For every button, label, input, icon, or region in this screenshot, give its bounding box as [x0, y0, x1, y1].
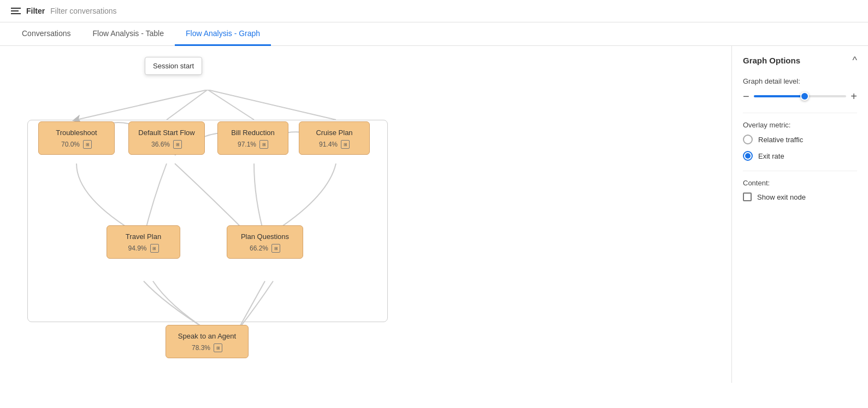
- node-agent-icon[interactable]: ⊞: [214, 343, 222, 352]
- radio-relative-traffic[interactable]: Relative traffic: [743, 135, 857, 144]
- tab-flow-table[interactable]: Flow Analysis - Table: [82, 22, 175, 46]
- detail-level-section: Graph detail level: − +: [743, 77, 857, 102]
- slider-plus-button[interactable]: +: [851, 91, 857, 102]
- node-travel-icon[interactable]: ⊞: [150, 244, 159, 253]
- node-plan-q-title: Plan Questions: [235, 232, 295, 241]
- filter-bar: Filter Filter conversations: [0, 0, 868, 22]
- node-travel-value: 94.9%: [128, 244, 146, 252]
- overlay-metric-section: Overlay metric: Relative traffic Exit ra…: [743, 121, 857, 161]
- radio-exit-outer[interactable]: [743, 151, 753, 161]
- panel-collapse-button[interactable]: ^: [853, 55, 857, 66]
- node-troubleshoot-value: 70.0%: [61, 141, 80, 148]
- node-travel-plan[interactable]: Travel Plan 94.9% ⊞: [107, 225, 180, 259]
- node-troubleshoot-title: Troubleshoot: [46, 129, 107, 137]
- show-exit-node-option[interactable]: Show exit node: [743, 193, 857, 201]
- node-default-icon[interactable]: ⊞: [173, 140, 182, 149]
- node-travel-meta: 94.9% ⊞: [115, 244, 172, 253]
- slider-row: − +: [743, 91, 857, 102]
- node-cruise-value: 91.4%: [319, 141, 338, 148]
- tab-flow-graph[interactable]: Flow Analysis - Graph: [175, 22, 271, 46]
- node-speak-agent[interactable]: Speak to an Agent 78.3% ⊞: [166, 325, 249, 358]
- detail-level-label: Graph detail level:: [743, 77, 857, 85]
- node-plan-questions[interactable]: Plan Questions 66.2% ⊞: [227, 225, 303, 259]
- node-cruise-icon[interactable]: ⊞: [341, 140, 350, 149]
- node-agent-title: Speak to an Agent: [174, 332, 240, 340]
- flow-graph[interactable]: Troubleshoot 70.0% ⊞ Default Start Flow …: [22, 90, 404, 383]
- slider-fill: [754, 95, 805, 97]
- node-plan-q-value: 66.2%: [250, 244, 268, 252]
- node-default-meta: 36.6% ⊞: [137, 140, 197, 149]
- radio-relative-outer[interactable]: [743, 135, 753, 144]
- slider-thumb[interactable]: [800, 92, 809, 101]
- node-default-title: Default Start Flow: [137, 129, 197, 137]
- graph-options-panel: Graph Options ^ Graph detail level: − + …: [731, 46, 868, 383]
- node-bill-value: 97.1%: [238, 141, 256, 148]
- tab-conversations[interactable]: Conversations: [11, 22, 82, 46]
- node-bill-meta: 97.1% ⊞: [226, 140, 280, 149]
- graph-area[interactable]: Session start: [0, 46, 731, 383]
- node-troubleshoot[interactable]: Troubleshoot 70.0% ⊞: [38, 121, 115, 155]
- main-content: Session start: [0, 46, 868, 383]
- node-plan-q-meta: 66.2% ⊞: [235, 244, 295, 253]
- panel-header: Graph Options ^: [743, 55, 857, 66]
- svg-line-0: [76, 90, 208, 120]
- radio-exit-inner: [745, 153, 751, 159]
- radio-relative-label: Relative traffic: [758, 136, 803, 144]
- panel-title: Graph Options: [743, 56, 800, 65]
- tab-bar: Conversations Flow Analysis - Table Flow…: [0, 22, 868, 46]
- node-agent-value: 78.3%: [192, 344, 210, 352]
- node-agent-meta: 78.3% ⊞: [174, 343, 240, 352]
- svg-line-2: [208, 90, 254, 120]
- svg-line-3: [208, 90, 336, 120]
- content-label: Content:: [743, 179, 857, 187]
- node-default-value: 36.6%: [151, 141, 170, 148]
- radio-exit-rate[interactable]: Exit rate: [743, 151, 857, 161]
- divider-2: [743, 171, 857, 171]
- node-cruise-meta: 91.4% ⊞: [307, 140, 362, 149]
- radio-exit-label: Exit rate: [758, 152, 784, 160]
- node-cruise-plan[interactable]: Cruise Plan 91.4% ⊞: [299, 121, 370, 155]
- filter-placeholder[interactable]: Filter conversations: [50, 7, 116, 15]
- svg-line-1: [167, 90, 208, 120]
- slider-minus-button[interactable]: −: [743, 91, 749, 102]
- node-troubleshoot-icon[interactable]: ⊞: [83, 140, 92, 149]
- node-travel-title: Travel Plan: [115, 232, 172, 241]
- node-default-start[interactable]: Default Start Flow 36.6% ⊞: [128, 121, 205, 155]
- divider-1: [743, 113, 857, 113]
- show-exit-node-label: Show exit node: [757, 193, 806, 201]
- node-plan-q-icon[interactable]: ⊞: [271, 244, 280, 253]
- node-cruise-title: Cruise Plan: [307, 129, 362, 137]
- filter-icon[interactable]: [11, 8, 21, 14]
- show-exit-node-checkbox[interactable]: [743, 193, 752, 201]
- overlay-metric-label: Overlay metric:: [743, 121, 857, 129]
- node-bill-title: Bill Reduction: [226, 129, 280, 137]
- session-start-tooltip: Session start: [145, 57, 202, 75]
- slider-track[interactable]: [754, 95, 847, 97]
- content-section: Content: Show exit node: [743, 179, 857, 201]
- node-bill-reduction[interactable]: Bill Reduction 97.1% ⊞: [217, 121, 288, 155]
- node-bill-icon[interactable]: ⊞: [259, 140, 268, 149]
- node-troubleshoot-meta: 70.0% ⊞: [46, 140, 107, 149]
- filter-label: Filter: [26, 7, 45, 15]
